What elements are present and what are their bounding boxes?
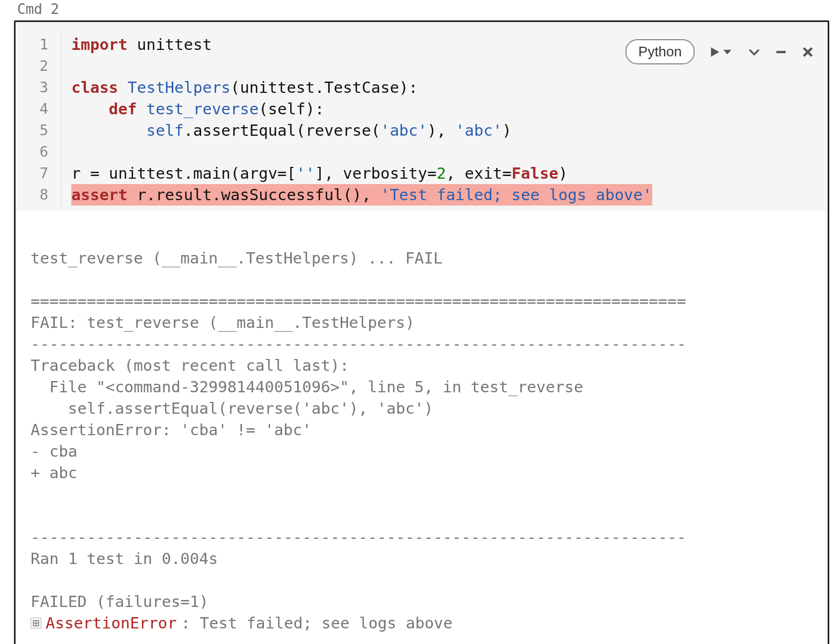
chevron-down-icon[interactable] bbox=[747, 45, 761, 59]
output-separator: ----------------------------------------… bbox=[31, 528, 686, 546]
output-traceback: AssertionError: 'cba' != 'abc' bbox=[31, 421, 312, 439]
error-message: : Test failed; see logs above bbox=[181, 612, 452, 634]
line-number: 2 bbox=[16, 55, 62, 77]
line-number: 1 bbox=[16, 34, 62, 55]
output-fail-header: FAIL: test_reverse (__main__.TestHelpers… bbox=[31, 313, 415, 332]
code-line[interactable]: 8 assert r.result.wasSuccessful(), 'Test… bbox=[16, 184, 828, 206]
run-dropdown-icon[interactable] bbox=[720, 45, 734, 59]
line-number: 6 bbox=[16, 141, 62, 163]
cell-output: test_reverse (__main__.TestHelpers) ... … bbox=[16, 211, 828, 640]
output-failed: FAILED (failures=1) bbox=[31, 592, 209, 611]
output-line: test_reverse (__main__.TestHelpers) ... … bbox=[31, 249, 443, 267]
line-number: 3 bbox=[16, 77, 62, 98]
output-traceback: + abc bbox=[31, 464, 77, 482]
output-traceback: self.assertEqual(reverse('abc'), 'abc') bbox=[31, 399, 433, 418]
output-traceback: Traceback (most recent call last): bbox=[31, 356, 349, 375]
notebook-cell: Python bbox=[14, 20, 829, 644]
output-separator: ========================================… bbox=[31, 292, 686, 310]
error-name: AssertionError bbox=[46, 612, 176, 634]
code-line[interactable]: 3 class TestHelpers(unittest.TestCase): bbox=[16, 77, 828, 98]
code-line[interactable]: 6 bbox=[16, 141, 828, 163]
code-editor[interactable]: Python bbox=[16, 22, 828, 211]
code-line[interactable]: 5 self.assertEqual(reverse('abc'), 'abc'… bbox=[16, 120, 828, 141]
language-selector[interactable]: Python bbox=[625, 39, 695, 64]
status-line: Command took 0.10 seconds -- by databric… bbox=[16, 640, 828, 644]
output-traceback: - cba bbox=[31, 442, 77, 460]
expand-icon[interactable]: ⊞ bbox=[31, 618, 41, 628]
output-summary: Ran 1 test in 0.004s bbox=[31, 550, 218, 568]
line-number: 8 bbox=[16, 184, 62, 206]
line-number: 4 bbox=[16, 98, 62, 120]
output-traceback: File "<command-329981440051096>", line 5… bbox=[31, 378, 583, 396]
run-icon[interactable] bbox=[708, 45, 721, 59]
cell-toolbar: Python bbox=[625, 39, 815, 64]
code-line[interactable]: 4 def test_reverse(self): bbox=[16, 98, 828, 120]
code-line[interactable]: 7 r = unittest.main(argv=[''], verbosity… bbox=[16, 163, 828, 184]
close-icon[interactable] bbox=[801, 45, 815, 59]
line-number: 5 bbox=[16, 120, 62, 141]
minimize-icon[interactable] bbox=[774, 45, 788, 59]
line-number: 7 bbox=[16, 163, 62, 184]
output-separator: ----------------------------------------… bbox=[31, 335, 686, 353]
cell-label: Cmd 2 bbox=[0, 0, 840, 20]
